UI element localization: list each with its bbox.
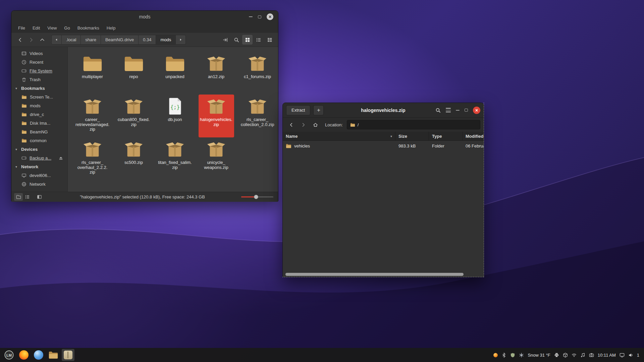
- menu-help[interactable]: Help: [103, 24, 119, 32]
- sidebar-item-beamng[interactable]: BeamNG: [11, 127, 67, 136]
- maximize-button[interactable]: [258, 15, 261, 18]
- menu-button[interactable]: [3, 349, 15, 361]
- redshift-icon[interactable]: [493, 353, 498, 357]
- file-item[interactable]: career_ retrievedamaged. zip: [75, 95, 110, 137]
- menu-file[interactable]: File: [15, 24, 29, 32]
- forward-button[interactable]: [298, 120, 308, 129]
- minimize-button[interactable]: [456, 110, 460, 111]
- file-item[interactable]: db.json: [157, 95, 193, 137]
- printer-icon[interactable]: [554, 353, 559, 358]
- zoom-knob[interactable]: [254, 195, 258, 199]
- menu-edit[interactable]: Edit: [29, 24, 43, 32]
- sidebar-item-backup[interactable]: Backup a...: [11, 154, 67, 162]
- location-entry[interactable]: /: [347, 120, 480, 129]
- file-item[interactable]: unpacked: [157, 52, 193, 95]
- file-item[interactable]: sc500.zip: [116, 137, 152, 180]
- back-button[interactable]: [15, 35, 25, 45]
- sidebar-item-drive-c[interactable]: drive_c: [11, 110, 67, 119]
- sidebar-item-network[interactable]: Network: [11, 180, 67, 188]
- sidebar-item-file-system[interactable]: File System: [11, 66, 67, 75]
- table-row[interactable]: vehicles 983.3 kB Folder 06 Februa: [283, 141, 484, 151]
- notification-count[interactable]: 1: [637, 353, 639, 358]
- search-button[interactable]: [231, 35, 241, 45]
- menu-go[interactable]: Go: [61, 24, 73, 32]
- file-item[interactable]: rls_career_ collection_2.0.zip: [240, 95, 275, 137]
- icon-view-button[interactable]: [242, 35, 253, 45]
- column-size[interactable]: Size: [395, 132, 429, 140]
- sidebar-item-screen[interactable]: Screen Te...: [11, 93, 67, 101]
- volume-icon[interactable]: [628, 353, 633, 358]
- firefox-launcher[interactable]: [17, 349, 30, 361]
- display-icon[interactable]: [620, 353, 625, 358]
- back-button[interactable]: [286, 120, 296, 129]
- hamburger-menu-icon[interactable]: [446, 108, 451, 112]
- sidebar-section-network[interactable]: ▾Network: [11, 162, 67, 171]
- breadcrumb-share[interactable]: share: [81, 35, 101, 45]
- snowflake-icon[interactable]: [519, 353, 524, 358]
- bluetooth-icon[interactable]: [501, 353, 506, 358]
- network-icon[interactable]: [572, 353, 577, 358]
- weather-label[interactable]: Snow 31 °F: [528, 353, 550, 358]
- file-item[interactable]: cuban800_fixed. zip: [116, 95, 152, 137]
- list-view-button[interactable]: [253, 35, 264, 45]
- file-item[interactable]: rls_career_ overhaul_2.2.2. zip: [75, 137, 110, 180]
- file-item[interactable]: titan_fixed_salim. zip: [157, 137, 193, 180]
- sidebar-item-recent[interactable]: Recent: [11, 58, 67, 66]
- files-launcher[interactable]: [47, 349, 60, 361]
- shield-icon[interactable]: [510, 353, 515, 358]
- music-icon[interactable]: [580, 353, 585, 358]
- scrollbar-thumb[interactable]: [285, 273, 464, 276]
- add-files-button[interactable]: +: [313, 105, 324, 115]
- sidebar-item-devel[interactable]: devel606...: [11, 171, 67, 180]
- up-button[interactable]: [37, 35, 47, 45]
- close-button[interactable]: ×: [473, 107, 480, 114]
- package-icon[interactable]: [563, 353, 568, 358]
- toggle-location-entry-button[interactable]: [220, 35, 230, 45]
- archive-manager-task[interactable]: [62, 349, 74, 361]
- sidebar-item-trash[interactable]: Trash: [11, 75, 67, 84]
- file-manager-titlebar[interactable]: mods ×: [11, 11, 278, 23]
- show-treeview-button[interactable]: [23, 193, 32, 201]
- file-view[interactable]: multiplayer repo unpacked an12.zip c1_fo…: [68, 47, 278, 192]
- breadcrumb-034[interactable]: 0.34: [139, 35, 156, 45]
- sidebar-item-common[interactable]: common: [11, 136, 67, 145]
- sidebar-item-videos[interactable]: Videos: [11, 49, 67, 58]
- path-scroll-left-button[interactable]: [51, 35, 62, 45]
- home-button[interactable]: [310, 120, 320, 129]
- toggle-sidebar-button[interactable]: [35, 193, 44, 201]
- file-item[interactable]: unicycle_ weapons.zip: [199, 137, 234, 180]
- compact-view-button[interactable]: [264, 35, 275, 45]
- maximize-button[interactable]: [465, 109, 468, 112]
- extract-button[interactable]: Extract: [286, 105, 310, 115]
- file-item[interactable]: an12.zip: [199, 52, 234, 95]
- archive-headerbar[interactable]: Extract + halogenvehicles.zip ×: [283, 103, 484, 118]
- clock-label[interactable]: 10:11 AM: [598, 353, 616, 358]
- file-item[interactable]: multiplayer: [75, 52, 110, 95]
- browser-launcher[interactable]: [32, 349, 45, 361]
- menu-bookmarks[interactable]: Bookmarks: [74, 24, 103, 32]
- column-type[interactable]: Type: [429, 132, 463, 140]
- path-scroll-right-button[interactable]: [176, 35, 186, 45]
- search-icon[interactable]: [435, 108, 441, 113]
- menu-view[interactable]: View: [44, 24, 60, 32]
- forward-button[interactable]: [26, 35, 36, 45]
- horizontal-scrollbar[interactable]: [285, 273, 481, 276]
- breadcrumb-mods[interactable]: mods: [156, 35, 176, 45]
- column-modified[interactable]: Modified: [463, 132, 484, 140]
- screenshot-icon[interactable]: [589, 353, 594, 358]
- show-places-button[interactable]: [14, 193, 23, 201]
- sidebar-section-bookmarks[interactable]: ▾Bookmarks: [11, 84, 67, 93]
- eject-icon[interactable]: [58, 156, 63, 161]
- sidebar-section-devices[interactable]: ▾Devices: [11, 145, 67, 154]
- column-name[interactable]: Name▾: [283, 132, 395, 140]
- zoom-slider[interactable]: [241, 194, 273, 199]
- file-item-selected[interactable]: halogenvehicles. zip: [199, 95, 234, 137]
- file-item[interactable]: c1_forums.zip: [240, 52, 275, 95]
- sidebar-item-mods[interactable]: mods: [11, 101, 67, 110]
- close-button[interactable]: ×: [267, 13, 273, 20]
- breadcrumb-beamng[interactable]: BeamNG.drive: [101, 35, 139, 45]
- file-item[interactable]: repo: [116, 52, 152, 95]
- breadcrumb-local[interactable]: .local: [62, 35, 81, 45]
- minimize-button[interactable]: [249, 16, 253, 17]
- sidebar-item-disk-images[interactable]: Disk Ima...: [11, 119, 67, 127]
